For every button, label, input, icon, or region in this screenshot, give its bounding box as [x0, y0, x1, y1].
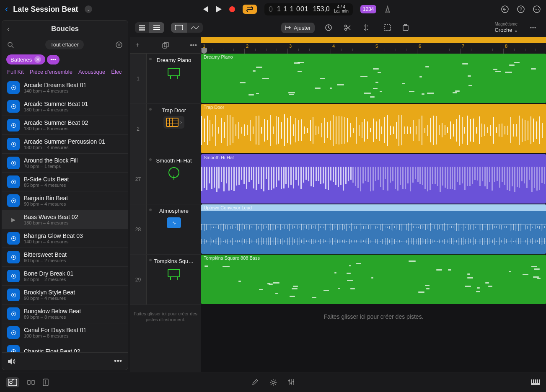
clipboard-icon[interactable] — [399, 22, 413, 34]
pencil-icon[interactable] — [252, 379, 259, 386]
loop-item[interactable]: ⦿ Bone Dry Break 01 92 bpm – 2 mesures — [2, 267, 128, 286]
loop-item[interactable]: ⦿ Chaotic Float Beat 02 — [2, 342, 128, 352]
ruler-bar-number: 1 — [203, 44, 205, 49]
preview-volume-icon[interactable] — [8, 358, 16, 365]
loop-type-icon[interactable]: ⦿ — [7, 157, 20, 169]
tag-more-button[interactable]: ••• — [47, 55, 60, 64]
loop-type-icon[interactable]: ⦿ — [7, 326, 20, 339]
timeline[interactable]: 12345678 Faites glisser ici pour créer d… — [201, 37, 546, 372]
loop-type-icon[interactable]: ⦿ — [7, 270, 20, 282]
track-instrument-icon[interactable] — [166, 66, 181, 78]
loop-item[interactable]: ⦿ Brooklyn Style Beat 90 bpm – 4 mesures — [2, 286, 128, 304]
browser-toggle-button[interactable] — [6, 377, 19, 387]
loop-item[interactable]: ⦿ Bhangra Glow Beat 03 140 bpm – 4 mesur… — [2, 229, 128, 248]
loop-type-icon[interactable]: ⦿ — [7, 251, 20, 263]
track-instrument-icon[interactable]: › — [166, 116, 181, 129]
region[interactable]: Tompkins Square 808 Bass — [201, 255, 546, 304]
mixer-toggle-button[interactable] — [27, 379, 35, 385]
cycle-button[interactable] — [243, 5, 257, 14]
loop-type-icon[interactable]: ⦿ — [7, 194, 20, 207]
track-header[interactable]: 29 Tompkins Squ… — [130, 255, 201, 305]
loop-type-icon[interactable]: ⦿ — [7, 119, 20, 132]
snap-setting[interactable]: Magnétisme Croche ⌄ — [494, 22, 518, 34]
arrange-area[interactable]: Faites glisser ici pour créer des pistes… — [201, 54, 546, 372]
toolbar-more-icon[interactable] — [525, 21, 541, 34]
editor-toggle-button[interactable] — [43, 379, 49, 386]
track-header-more-icon[interactable]: ••• — [190, 41, 197, 49]
filter-tag-batteries[interactable]: Batteries ✕ — [6, 54, 45, 64]
record-button[interactable] — [229, 6, 235, 12]
loop-item[interactable]: ⦿ Arcade Summer Percussion 01 180 bpm – … — [2, 135, 128, 154]
region[interactable]: Uptown Conveyor Lead — [201, 204, 546, 254]
metronome-button[interactable] — [384, 5, 391, 13]
split-icon[interactable] — [358, 22, 373, 34]
subfilter-item[interactable]: Full Kit — [7, 69, 24, 75]
track-header[interactable]: 28 Atmosphere ∿ — [130, 204, 201, 255]
subfilter-item[interactable]: Acoustique — [78, 69, 105, 75]
settings-gear-icon[interactable] — [269, 379, 277, 386]
back-button[interactable]: ‹ — [5, 4, 8, 15]
track-instrument-icon[interactable] — [166, 166, 181, 179]
loop-item[interactable]: ⦿ Arcade Dreams Beat 01 140 bpm – 4 mesu… — [2, 78, 128, 97]
loop-type-icon[interactable]: ⦿ — [7, 138, 20, 150]
clear-all-button[interactable]: Tout effacer — [45, 40, 84, 49]
lcd-display[interactable]: 0 1 1 1 001 153,0 4 / 4 La♭ min — [264, 3, 353, 15]
track-header[interactable]: 2 Trap Door › — [130, 104, 201, 154]
count-in-button[interactable]: 1234 — [360, 5, 377, 13]
play-icon[interactable]: ▶ — [7, 213, 20, 226]
loop-type-icon[interactable]: ⦿ — [7, 232, 20, 245]
loop-item[interactable]: ⦿ Bungalow Below Beat 89 bpm – 8 mesures — [2, 304, 128, 323]
track-instrument-icon[interactable] — [166, 267, 181, 279]
fit-button[interactable]: Ajuster — [281, 23, 315, 33]
region[interactable]: Smooth Hi-Hat — [201, 154, 546, 204]
track-header[interactable]: 1 Dreamy Piano — [130, 54, 201, 104]
loops-more-icon[interactable]: ••• — [114, 357, 122, 366]
view-grid-button[interactable] — [135, 22, 149, 33]
sliders-icon[interactable] — [288, 379, 295, 386]
view-automation-button[interactable] — [187, 23, 203, 33]
loops-back-button[interactable]: ‹ — [7, 25, 10, 34]
loop-item[interactable]: ⦿ Bargain Bin Beat 90 bpm – 4 mesures — [2, 191, 128, 210]
remove-tag-icon[interactable]: ✕ — [34, 56, 41, 63]
project-menu-chevron-icon[interactable]: ⌄ — [85, 5, 92, 13]
view-tracks-button[interactable] — [171, 23, 187, 33]
filter-icon[interactable] — [115, 41, 123, 49]
search-icon[interactable] — [7, 41, 14, 48]
view-list-button[interactable] — [149, 22, 164, 33]
subfilter-item[interactable]: Pièce d'ensemble — [30, 69, 72, 75]
loop-list[interactable]: ⦿ Arcade Dreams Beat 01 140 bpm – 4 mesu… — [2, 78, 128, 352]
loop-item[interactable]: ⦿ B-Side Cuts Beat 85 bpm – 4 mesures — [2, 173, 128, 191]
loop-type-icon[interactable]: ⦿ — [7, 289, 20, 301]
more-button[interactable] — [533, 5, 541, 13]
loop-type-icon[interactable]: ⦿ — [7, 175, 20, 188]
go-to-start-button[interactable] — [202, 6, 208, 12]
duplicate-track-button[interactable] — [162, 42, 169, 49]
undo-button[interactable] — [501, 5, 509, 13]
keyboard-icon[interactable] — [531, 379, 540, 385]
playhead[interactable] — [201, 48, 207, 54]
track-header[interactable]: 27 Smooth Hi-Hat — [130, 154, 201, 204]
add-track-button[interactable]: ＋ — [134, 41, 141, 49]
region[interactable]: Dreamy Piano — [201, 54, 546, 103]
loop-type-icon[interactable]: ⦿ — [7, 81, 20, 94]
ruler[interactable]: 12345678 — [201, 37, 546, 54]
subfilter-item[interactable]: Élec — [111, 69, 122, 75]
loop-item[interactable]: ▶ Bass Waves Beat 02 130 bpm – 4 mesures — [2, 210, 128, 229]
svg-rect-21 — [143, 29, 145, 31]
loop-type-icon[interactable]: ⦿ — [7, 307, 20, 320]
loop-item[interactable]: ⦿ Around the Block Fill 70 bpm – 1 temps — [2, 154, 128, 173]
loop-item[interactable]: ⦿ Arcade Summer Beat 01 180 bpm – 4 mesu… — [2, 97, 128, 116]
region[interactable]: Trap Door — [201, 104, 546, 153]
scissors-icon[interactable] — [340, 22, 355, 34]
chevron-right-icon[interactable]: › — [180, 119, 182, 125]
marquee-icon[interactable] — [380, 22, 395, 34]
loop-item[interactable]: ⦿ Arcade Summer Beat 02 180 bpm – 8 mesu… — [2, 116, 128, 135]
loop-item[interactable]: ⦿ Bittersweet Beat 90 bpm – 2 mesures — [2, 248, 128, 267]
loop-item[interactable]: ⦿ Canal For Days Beat 01 100 bpm – 8 mes… — [2, 323, 128, 342]
track-instrument-icon[interactable]: ∿ — [166, 217, 181, 229]
help-button[interactable]: ? — [517, 5, 525, 13]
play-button[interactable] — [216, 6, 222, 13]
loop-type-icon[interactable]: ⦿ — [7, 100, 20, 113]
loop-tool-icon[interactable] — [321, 21, 336, 34]
loop-type-icon[interactable]: ⦿ — [7, 345, 20, 352]
